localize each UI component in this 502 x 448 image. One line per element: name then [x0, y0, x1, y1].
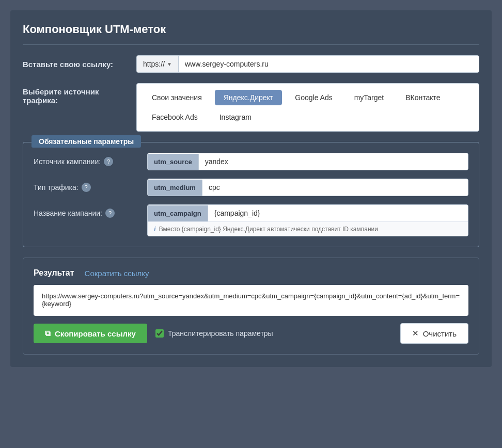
protocol-select[interactable]: https:// ▼	[137, 56, 179, 72]
result-tabs: Результат Сократить ссылку	[34, 268, 468, 278]
copy-icon: ⧉	[45, 329, 51, 338]
clear-button[interactable]: ✕ Очистить	[400, 323, 468, 344]
source-btn-facebook[interactable]: Facebook Ads	[143, 109, 207, 125]
url-row: Вставьте свою ссылку: https:// ▼	[23, 55, 479, 73]
param-key-medium: utm_medium	[148, 180, 202, 196]
param-hint-campaign: i Вместо {campaign_id} Яндекс.Директ авт…	[148, 221, 468, 236]
chevron-down-icon: ▼	[167, 61, 172, 67]
transliterate-text: Транслитерировать параметры	[168, 329, 273, 338]
help-icon-medium[interactable]: ?	[82, 183, 91, 192]
param-key-campaign: utm_campaign	[148, 205, 208, 221]
param-input-campaign: utm_campaign i Вместо {campaign_id} Янде…	[147, 204, 468, 236]
protocol-label: https://	[143, 60, 165, 68]
param-input-source: utm_source	[147, 153, 468, 170]
param-value-campaign[interactable]	[208, 205, 468, 221]
source-buttons-wrapper: Свои значения Яндекс.Директ Google Ads m…	[136, 83, 479, 132]
help-icon-campaign[interactable]: ?	[105, 209, 115, 218]
tab-shorten[interactable]: Сократить ссылку	[85, 269, 149, 278]
source-buttons-row: Свои значения Яндекс.Директ Google Ads m…	[143, 90, 473, 125]
source-btn-instagram[interactable]: Instagram	[211, 109, 260, 125]
transliterate-checkbox[interactable]	[155, 329, 164, 338]
param-row-medium: Тип трафика: ? utm_medium	[34, 179, 468, 196]
copy-btn-label: Скопировать ссылку	[55, 329, 136, 338]
copy-button[interactable]: ⧉ Скопировать ссылку	[34, 324, 147, 343]
param-input-medium: utm_medium	[147, 179, 468, 196]
help-icon-source[interactable]: ?	[104, 157, 113, 166]
source-btn-google[interactable]: Google Ads	[286, 90, 341, 105]
hint-icon: i	[154, 225, 156, 233]
param-label-source: Источник кампании: ?	[34, 153, 147, 166]
source-btn-custom[interactable]: Свои значения	[143, 90, 211, 105]
param-value-source[interactable]	[199, 153, 468, 170]
clear-btn-label: Очистить	[423, 329, 457, 338]
source-label: Выберите источниктрафика:	[23, 83, 136, 105]
param-row-source: Источник кампании: ? utm_source	[34, 153, 468, 170]
close-icon: ✕	[412, 329, 419, 338]
params-section: Обязательные параметры Источник кампании…	[23, 142, 479, 247]
url-input[interactable]	[179, 56, 479, 72]
url-input-wrapper: https:// ▼	[136, 55, 479, 73]
result-section: Результат Сократить ссылку https://www.s…	[23, 258, 479, 355]
result-url: https://www.sergey-computers.ru?utm_sour…	[34, 285, 468, 316]
param-value-medium[interactable]	[202, 179, 468, 196]
page-title: Компоновщик UTM-меток	[23, 23, 479, 36]
param-key-source: utm_source	[148, 154, 199, 170]
source-btn-yandex[interactable]: Яндекс.Директ	[215, 90, 283, 105]
transliterate-label[interactable]: Транслитерировать параметры	[155, 329, 273, 338]
source-btn-mytarget[interactable]: myTarget	[346, 90, 393, 105]
param-label-campaign: Название кампании: ?	[34, 204, 147, 218]
result-actions: ⧉ Скопировать ссылку Транслитерировать п…	[34, 323, 468, 344]
title-divider	[23, 44, 479, 45]
source-btn-vk[interactable]: ВКонтакте	[397, 90, 449, 105]
param-row-campaign: Название кампании: ? utm_campaign i Вмес…	[34, 204, 468, 236]
param-hint-text: Вместо {campaign_id} Яндекс.Директ автом…	[159, 226, 378, 233]
url-label: Вставьте свою ссылку:	[23, 60, 136, 69]
params-section-title: Обязательные параметры	[32, 135, 141, 148]
param-label-medium: Тип трафика: ?	[34, 179, 147, 192]
tab-result[interactable]: Результат	[34, 268, 74, 278]
utm-builder-container: Компоновщик UTM-меток Вставьте свою ссыл…	[10, 10, 492, 367]
source-row: Выберите источниктрафика: Свои значения …	[23, 83, 479, 132]
